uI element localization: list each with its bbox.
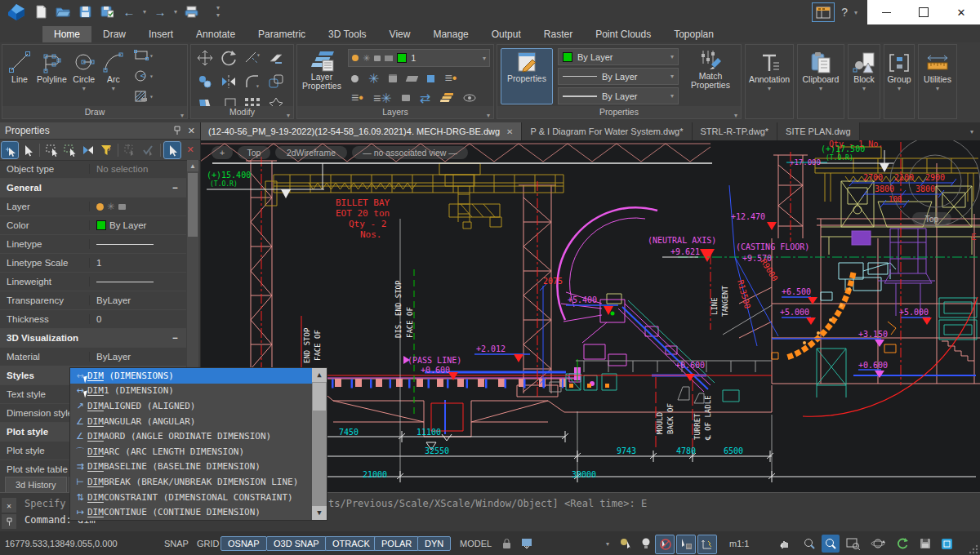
arc-dropdown-icon[interactable]: ▾	[112, 85, 115, 92]
ribbon-tab-manage[interactable]: Manage	[421, 26, 479, 42]
document-tab[interactable]: (12-40-56_PM_9-19-2022)(12-54-58_16.09.2…	[200, 122, 522, 140]
autocomplete-item[interactable]: ↦DIMCONTINUE (CONTINUE DIMENSION)	[70, 504, 312, 520]
ac-scroll-down-icon[interactable]: ▼	[312, 506, 327, 520]
autocomplete-item[interactable]: ↔DIM1 (DIMENSION)	[70, 384, 312, 399]
dynamic-ucs-icon[interactable]	[697, 535, 717, 554]
lock-ui-icon[interactable]	[498, 535, 516, 553]
ribbon-tab-annotate[interactable]: Annotate	[185, 26, 247, 42]
ribbon-tab-draw[interactable]: Draw	[91, 26, 137, 42]
property-row-lineweight[interactable]: Lineweight	[0, 273, 186, 291]
fillet-tool-icon[interactable]: ▾	[243, 73, 265, 94]
draw-panel-footer[interactable]: Draw▾	[2, 106, 187, 118]
undo-icon[interactable]: ←	[121, 3, 137, 20]
isolate-objects-icon[interactable]	[617, 535, 635, 553]
layer-isolate-icon[interactable]	[406, 76, 419, 82]
layer-lock2-icon[interactable]	[389, 74, 397, 82]
view-pill-[interactable]: +	[212, 146, 233, 159]
property-row-3d-visualization[interactable]: 3D Visualization−	[0, 329, 186, 348]
property-row-general[interactable]: General−	[0, 179, 186, 198]
minimize-button[interactable]	[867, 0, 905, 24]
property-value[interactable]: 0	[90, 314, 186, 324]
rectangle-tool-button[interactable]: ▾	[134, 50, 155, 64]
scroll-up-icon[interactable]: ▲	[187, 160, 198, 171]
regen-icon[interactable]	[893, 535, 911, 553]
scroll-thumb[interactable]	[188, 173, 198, 237]
sync-selection-button[interactable]	[122, 142, 138, 158]
save-icon[interactable]	[77, 3, 93, 20]
apply-selection-button[interactable]	[140, 142, 156, 158]
no-selection-mode-icon[interactable]	[655, 535, 675, 554]
property-row-linetype[interactable]: Linetype	[0, 235, 186, 254]
select-window-button[interactable]	[43, 142, 60, 158]
layer-thaw-all-icon[interactable]: ≡✳	[373, 91, 392, 106]
ribbon-panel-group[interactable]: Group▾	[884, 44, 915, 119]
ac-scroll-thumb[interactable]	[313, 383, 326, 411]
command-close-icon[interactable]: ✕	[2, 498, 16, 513]
layer-freeze2-icon[interactable]: ✳	[368, 71, 379, 87]
autocomplete-item[interactable]: ⌒DIMARC (ARC LENGTH DIMENSION)	[70, 444, 312, 460]
annotation-scale[interactable]: m1:1	[729, 531, 749, 555]
select-append-button[interactable]	[2, 142, 18, 158]
palette-close-icon[interactable]: ✕	[188, 126, 195, 136]
select-crossing-button[interactable]	[62, 142, 78, 158]
arc-tool-button[interactable]: Arc ▾	[101, 50, 126, 105]
property-value[interactable]: 1	[90, 258, 186, 268]
layer-select-combo[interactable]: ✳ 1 ▾	[348, 49, 490, 67]
status-toggle-o3d-snap[interactable]: O3D SNAP	[266, 531, 327, 555]
command-pin-icon[interactable]	[2, 514, 16, 529]
tab-overflow-caret[interactable]: ▾	[964, 122, 980, 140]
property-value[interactable]: No selection	[90, 164, 186, 174]
view-pill-top[interactable]: Top	[912, 212, 951, 225]
maximize-button[interactable]	[905, 0, 942, 24]
offset-tool-icon[interactable]	[267, 73, 288, 94]
layer-sync-icon[interactable]: ⇄	[420, 91, 430, 106]
ribbon-tab-point-clouds[interactable]: Point Clouds	[584, 26, 662, 42]
property-value[interactable]: ✳	[90, 201, 186, 212]
autocomplete-item[interactable]: ∠DIMANGULAR (ANGULAR)	[70, 414, 312, 429]
autocomplete-item[interactable]: ∠DIMAORD (ANGLE ORDINATE DIMENSION)	[70, 428, 312, 444]
document-tab[interactable]: SITE PLAN.dwg	[777, 122, 859, 140]
autocomplete-item[interactable]: ↔DIM (DIMENSIONS)	[70, 368, 312, 384]
mirror-tool-icon[interactable]	[220, 73, 241, 94]
autosave-icon[interactable]	[916, 535, 934, 553]
annotation-monitor-icon[interactable]	[938, 535, 956, 553]
palette-tab-3d-history[interactable]: 3d History	[5, 477, 67, 492]
rotate-tool-icon[interactable]	[220, 49, 241, 70]
property-value[interactable]: ByLayer	[90, 295, 186, 305]
view-pill-top[interactable]: Top	[238, 146, 270, 159]
palette-title-bar[interactable]: Properties ✕	[0, 122, 200, 140]
help-dropdown-icon[interactable]: ▾	[854, 9, 858, 16]
ribbon-panel-block[interactable]: Block▾	[848, 44, 880, 119]
property-row-linetype-scale[interactable]: Linetype Scale1	[0, 254, 186, 273]
lineweight-combo[interactable]: By Layer▾	[558, 87, 679, 104]
workspace-icon[interactable]	[812, 2, 835, 22]
autocomplete-scrollbar[interactable]: ▲ ▼	[312, 368, 327, 520]
redo-dropdown-icon[interactable]: ▾	[174, 8, 177, 16]
ribbon-panel-utilities[interactable]: Utilities▾	[918, 44, 957, 119]
model-space-button[interactable]: MODEL	[460, 531, 492, 555]
undo-dropdown-icon[interactable]: ▾	[143, 8, 146, 16]
ribbon-panel-clipboard[interactable]: Clipboard▾	[797, 44, 844, 119]
autocomplete-item[interactable]: ↗DIMALIGNED (ALIGNED)	[70, 398, 312, 414]
ribbon-tab-view[interactable]: View	[378, 26, 422, 42]
quad-cursor-icon[interactable]	[676, 535, 696, 554]
layer-eye-icon[interactable]	[463, 91, 476, 105]
status-toggle-polar[interactable]: POLAR	[374, 531, 419, 555]
zoom-active-icon[interactable]	[822, 535, 840, 553]
view-pill-2dwireframe[interactable]: 2dWireframe	[275, 146, 347, 159]
trim-tool-icon[interactable]: ▾	[243, 49, 265, 70]
property-row-color[interactable]: ColorBy Layer	[0, 216, 186, 235]
collapse-icon[interactable]: −	[172, 333, 178, 343]
hide-objects-icon[interactable]	[637, 535, 655, 553]
layer-lock-icon[interactable]	[118, 204, 126, 210]
status-toggle-otrack[interactable]: OTRACK	[325, 531, 377, 555]
property-row-material[interactable]: MaterialByLayer	[0, 348, 186, 366]
qat-customize-icon[interactable]: ▾▾	[216, 4, 220, 19]
layer-off-icon[interactable]	[351, 75, 359, 82]
status-options-caret[interactable]: ▾	[606, 531, 609, 555]
properties-toggle-button[interactable]: Properties	[501, 48, 553, 104]
autocomplete-item[interactable]: ⇅DIMCONSTRAINT (DIMENSIONAL CONSTRAINT)	[70, 490, 312, 505]
properties-panel-footer[interactable]: Properties▾	[497, 106, 741, 118]
new-file-icon[interactable]	[33, 3, 49, 20]
copy-tool-icon[interactable]	[196, 73, 217, 94]
